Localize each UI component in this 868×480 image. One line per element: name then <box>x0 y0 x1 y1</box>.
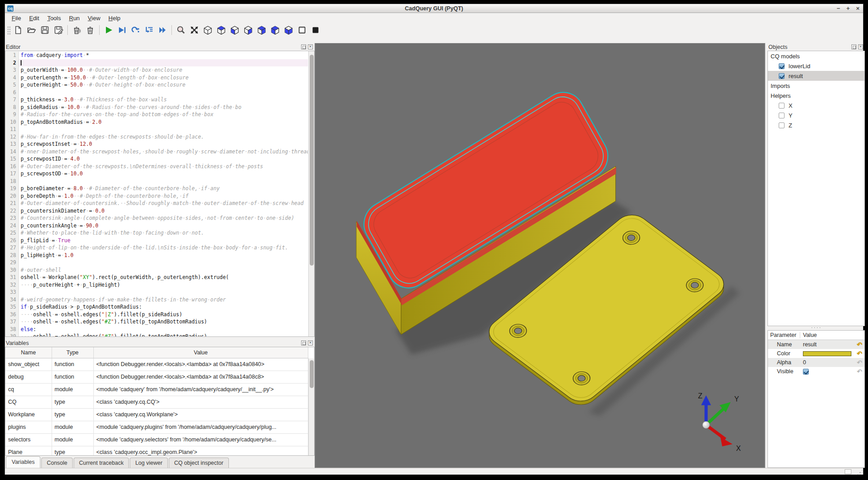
zoom-fit-button[interactable] <box>174 24 188 36</box>
debug-run-button[interactable] <box>115 24 129 36</box>
tab-cq-object-inspector[interactable]: CQ object inspector <box>169 458 229 468</box>
parameter-row-alpha[interactable]: Alpha0↶ <box>768 358 864 367</box>
variable-row[interactable]: Workplanetype<class 'cadquery.cq.Workpla… <box>5 408 308 421</box>
editor-scrollbar-thumb[interactable] <box>310 55 314 266</box>
variable-row[interactable]: selectorsmodule<module 'cadquery.selecto… <box>5 433 308 446</box>
cube-view-6-button[interactable] <box>268 24 282 36</box>
cube-view-5-button[interactable] <box>255 24 268 36</box>
editor-close-button[interactable]: ✕ <box>308 44 313 49</box>
new-file-button[interactable] <box>11 24 25 36</box>
unchecked-checkbox[interactable] <box>779 103 785 109</box>
tree-item-z[interactable]: Z <box>768 120 864 130</box>
continue-button[interactable] <box>156 24 169 36</box>
bottom-tabbar: VariablesConsoleCurrent tracebackLog vie… <box>6 456 229 468</box>
color-swatch[interactable] <box>803 351 851 356</box>
tab-variables[interactable]: Variables <box>6 456 40 468</box>
variables-table: NameTypeValue show_objectfunction<functi… <box>5 347 308 456</box>
parameter-row-color[interactable]: Color↶ <box>768 349 864 358</box>
cube-view-1-button[interactable] <box>201 24 215 36</box>
cube-view-4-button[interactable] <box>241 24 255 36</box>
tab-log-viewer[interactable]: Log viewer <box>130 458 167 468</box>
shaded-view-button[interactable] <box>309 24 322 36</box>
code-line: 15p_screwpostID·=·4.0 <box>5 155 308 163</box>
variables-column-header[interactable]: Name <box>5 347 52 358</box>
variables-scrollbar-thumb[interactable] <box>310 360 314 388</box>
menu-item-edit[interactable]: Edit <box>25 14 43 22</box>
menu-item-view[interactable]: View <box>84 14 105 22</box>
parameter-row-name[interactable]: Nameresult↶ <box>768 340 864 349</box>
menu-item-run[interactable]: Run <box>65 14 84 22</box>
objects-close-button[interactable]: ✕ <box>858 44 863 49</box>
toolbar-drag-handle[interactable] <box>7 26 10 35</box>
open-file-button[interactable] <box>25 24 38 36</box>
unchecked-checkbox[interactable] <box>779 122 785 128</box>
variables-panel-title: Variables <box>5 340 301 346</box>
visible-checkbox[interactable] <box>803 369 809 375</box>
variables-column-header[interactable]: Value <box>93 347 308 358</box>
wireframe-view-button[interactable] <box>295 24 309 36</box>
panel-splitter[interactable] <box>811 327 822 329</box>
tree-item-cq-models[interactable]: CQ models <box>768 51 864 61</box>
cube-view-3-button[interactable] <box>228 24 241 36</box>
status-bar-button[interactable] <box>845 469 851 474</box>
cube-view-7-button[interactable] <box>282 24 295 36</box>
code-line: 33 <box>5 288 308 296</box>
menu-item-tools[interactable]: Tools <box>43 14 65 22</box>
close-button[interactable]: × <box>856 4 859 13</box>
resize-grip[interactable] <box>857 469 862 475</box>
variable-row[interactable]: pluginsmodule<module 'cadquery.plugins' … <box>5 421 308 433</box>
tree-item-imports[interactable]: Imports <box>768 81 864 91</box>
tab-console[interactable]: Console <box>41 458 73 468</box>
cube-view-2-button[interactable] <box>215 24 228 36</box>
clear-button[interactable] <box>83 24 97 36</box>
cube-view-4-icon <box>243 25 253 35</box>
parameter-header: Parameter Value <box>768 331 864 340</box>
unchecked-checkbox[interactable] <box>779 113 785 118</box>
minimize-button[interactable]: − <box>837 4 840 13</box>
cube-view-2-icon <box>216 25 226 35</box>
tree-item-y[interactable]: Y <box>768 110 864 120</box>
variable-row[interactable]: Planetype<class 'cadquery.occ_impl.geom.… <box>5 446 308 456</box>
variables-scrollbar[interactable] <box>308 358 314 456</box>
fit-view-button[interactable] <box>188 24 201 36</box>
undo-icon[interactable]: ↶ <box>855 341 864 348</box>
save-button[interactable] <box>38 24 52 36</box>
variable-row[interactable]: CQtype<class 'cadquery.cq.CQ'> <box>5 396 308 408</box>
3d-viewport[interactable]: Z Y X <box>315 43 765 468</box>
titlebar[interactable]: cq CadQuery GUI (PyQT) − + × <box>5 4 863 13</box>
step-button[interactable] <box>129 24 142 36</box>
objects-panel-header: Objects ✕ <box>767 43 865 51</box>
checked-checkbox[interactable] <box>779 73 785 79</box>
step-into-button[interactable] <box>142 24 156 36</box>
tab-current-traceback[interactable]: Current traceback <box>74 458 129 468</box>
code-editor[interactable]: 1from·cadquery·import·*23p_outerWidth·=·… <box>5 51 315 337</box>
menu-item-help[interactable]: Help <box>105 14 125 22</box>
delete-temp-button[interactable] <box>70 24 83 36</box>
code-line: 31oshell·=·Workplane("XY").rect(p_outerW… <box>5 274 308 281</box>
tree-item-x[interactable]: X <box>768 100 864 110</box>
editor-scrollbar[interactable] <box>308 51 314 336</box>
parameter-panel: Parameter Value Nameresult↶Color↶Alpha0↶… <box>767 330 865 468</box>
code-line: 21#·Outer·diameter·of·countersink.··Shou… <box>5 200 308 207</box>
parameter-row-visible[interactable]: Visible↶ <box>768 367 864 376</box>
variable-row[interactable]: debugfunction<function Debugger.render.<… <box>5 371 308 383</box>
maximize-button[interactable]: + <box>846 4 850 13</box>
tree-item-helpers[interactable]: Helpers <box>768 91 864 100</box>
variable-row[interactable]: show_objectfunction<function Debugger.re… <box>5 358 308 371</box>
variables-close-button[interactable]: ✕ <box>308 340 313 345</box>
debug-run-icon <box>117 25 127 35</box>
code-line: 17p_screwpostOD·=·10.0 <box>5 170 308 178</box>
tree-item-lowerlid[interactable]: lowerLid <box>768 61 864 71</box>
menu-item-file[interactable]: File <box>8 14 25 22</box>
variables-column-header[interactable]: Type <box>52 347 93 358</box>
undo-icon[interactable]: ↶ <box>855 350 864 357</box>
run-script-button[interactable] <box>102 24 115 36</box>
variable-row[interactable]: cqmodule<module 'cadquery' from '/home/a… <box>5 383 308 396</box>
variables-float-button[interactable] <box>301 340 306 345</box>
checked-checkbox[interactable] <box>779 63 785 69</box>
save-icon <box>40 25 50 35</box>
save-as-button[interactable] <box>52 24 65 36</box>
tree-item-result[interactable]: result <box>768 71 864 81</box>
editor-float-button[interactable] <box>301 44 306 49</box>
objects-float-button[interactable] <box>851 44 856 49</box>
